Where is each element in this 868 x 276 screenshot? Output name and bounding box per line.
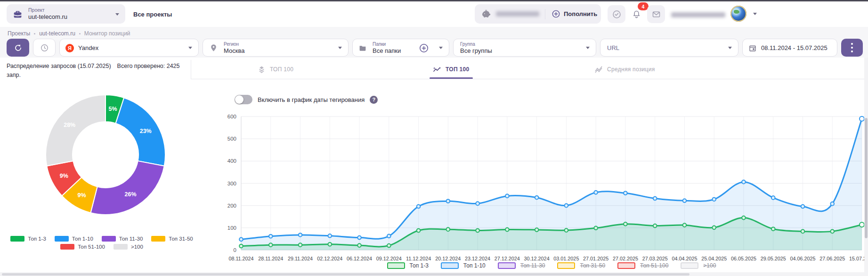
data-point[interactable] — [417, 229, 421, 233]
tab-top100-chart[interactable]: ТОП 100 — [432, 60, 469, 79]
positions-line-chart[interactable]: 010020030040050060008.11.202428.11.20242… — [198, 112, 868, 262]
data-point[interactable] — [357, 236, 361, 240]
vertical-scrollbar-track[interactable] — [864, 58, 868, 276]
data-point[interactable] — [771, 196, 775, 200]
breadcrumb-separator — [34, 33, 35, 34]
topup-label: Пополнить — [564, 10, 597, 17]
date-range-picker[interactable]: 08.11.2024 - 15.07.2025 — [742, 39, 837, 57]
project-selector[interactable]: Проект uut-telecom.ru — [7, 4, 125, 24]
topup-button[interactable]: Пополнить — [552, 9, 597, 18]
data-point[interactable] — [387, 244, 391, 248]
donut-legend-item[interactable]: >100 — [114, 244, 143, 250]
data-point[interactable] — [476, 202, 479, 206]
tasks-check-button[interactable] — [608, 5, 625, 23]
data-point[interactable] — [683, 199, 687, 202]
line-legend-item[interactable]: Топ 1-10 — [441, 262, 486, 269]
data-point[interactable] — [299, 243, 302, 247]
account-chevron-down-icon[interactable] — [753, 13, 757, 15]
data-point[interactable] — [446, 227, 450, 231]
breadcrumb-project[interactable]: uut-telecom.ru — [39, 30, 75, 37]
folders-select[interactable]: Папки Все папки — [352, 39, 449, 57]
data-point[interactable] — [742, 216, 746, 220]
distribution-title: Распределение запросов (15.07.2025)Всего… — [7, 62, 192, 80]
data-point[interactable] — [417, 205, 421, 209]
all-projects-link[interactable]: Все проекты — [133, 11, 172, 18]
data-point[interactable] — [594, 191, 598, 194]
x-axis-tick: 06.05.2025 — [731, 256, 756, 261]
tab-average-position[interactable]: Средняя позиция — [594, 60, 655, 79]
data-point[interactable] — [801, 205, 805, 209]
add-folder-icon[interactable] — [419, 43, 429, 53]
data-point[interactable] — [712, 198, 716, 201]
data-point[interactable] — [565, 204, 568, 208]
data-point[interactable] — [712, 226, 716, 230]
data-point[interactable] — [860, 222, 864, 227]
data-point[interactable] — [328, 243, 332, 246]
messages-button[interactable] — [647, 5, 665, 23]
tab-top100-stacked[interactable]: ТОП 100 — [257, 60, 293, 79]
data-point[interactable] — [535, 196, 539, 200]
data-point[interactable] — [476, 229, 479, 233]
donut-slice-percent: 9% — [78, 192, 86, 199]
data-point[interactable] — [594, 226, 598, 230]
data-point[interactable] — [269, 234, 273, 238]
donut-legend-item[interactable]: Топ 1-10 — [55, 236, 93, 242]
legend-label: >100 — [703, 262, 716, 269]
donut-legend-item[interactable]: Топ 11-30 — [102, 236, 143, 242]
more-options-button[interactable] — [841, 39, 863, 57]
donut-legend-item[interactable]: Топ 51-100 — [60, 244, 105, 250]
query-distribution-donut-chart[interactable]: 5%23%26%9%9%28% — [40, 89, 171, 221]
data-point[interactable] — [239, 238, 243, 242]
data-point[interactable] — [830, 202, 834, 206]
data-point[interactable] — [505, 228, 509, 232]
data-point[interactable] — [653, 197, 657, 201]
data-point[interactable] — [239, 244, 243, 248]
data-point[interactable] — [269, 243, 273, 247]
data-point[interactable] — [801, 230, 805, 234]
donut-slice[interactable] — [90, 161, 164, 215]
group-select[interactable]: Группа Все группы — [453, 39, 596, 57]
help-question-icon[interactable]: ? — [370, 96, 378, 104]
data-point[interactable] — [683, 223, 687, 227]
data-point[interactable] — [771, 227, 775, 231]
history-button[interactable] — [33, 39, 56, 57]
data-point[interactable] — [328, 234, 332, 238]
tab-label: ТОП 100 — [446, 66, 469, 73]
line-legend-item[interactable]: >100 — [681, 262, 716, 269]
horizontal-scrollbar-track[interactable] — [0, 272, 864, 276]
data-point[interactable] — [624, 191, 627, 195]
line-legend-item[interactable]: Топ 1-3 — [387, 262, 429, 269]
donut-slice[interactable] — [46, 95, 105, 166]
url-filter-input[interactable]: URL — [600, 39, 738, 57]
data-point[interactable] — [387, 234, 391, 238]
line-legend-item[interactable]: Топ 31-50 — [557, 262, 605, 269]
search-engine-select[interactable]: Я Yandex — [59, 39, 199, 57]
data-point[interactable] — [357, 243, 361, 247]
data-point[interactable] — [446, 199, 450, 203]
donut-legend-item[interactable]: Топ 31-50 — [151, 236, 193, 242]
data-point[interactable] — [299, 233, 302, 237]
refresh-button[interactable] — [7, 39, 29, 57]
donut-legend-row: Топ 1-3Топ 1-10Топ 11-30Топ 31-50 — [0, 236, 203, 242]
notifications-button[interactable]: 4 — [627, 5, 645, 23]
data-point[interactable] — [565, 228, 568, 232]
line-legend-item[interactable]: Топ 11-30 — [498, 262, 545, 269]
data-point[interactable] — [624, 222, 627, 226]
breadcrumb-projects[interactable]: Проекты — [8, 30, 30, 37]
vertical-scrollbar-thumb[interactable] — [865, 118, 868, 238]
data-point[interactable] — [653, 224, 657, 228]
horizontal-scrollbar-thumb[interactable] — [2, 273, 690, 276]
data-point[interactable] — [535, 228, 539, 232]
user-avatar[interactable] — [730, 6, 746, 22]
tagging-dates-toggle[interactable] — [235, 95, 252, 104]
data-point[interactable] — [505, 194, 509, 198]
line-legend-item[interactable]: Топ 51-100 — [617, 262, 668, 269]
balance-widget[interactable]: Пополнить — [475, 4, 601, 24]
data-point[interactable] — [830, 230, 834, 234]
donut-legend-item[interactable]: Топ 1-3 — [10, 236, 46, 242]
donut-slice-percent: 9% — [60, 173, 68, 179]
region-select[interactable]: Регион Москва — [203, 39, 349, 57]
data-point[interactable] — [742, 180, 746, 184]
data-point[interactable] — [860, 117, 864, 121]
group-label: Группа — [460, 42, 475, 47]
